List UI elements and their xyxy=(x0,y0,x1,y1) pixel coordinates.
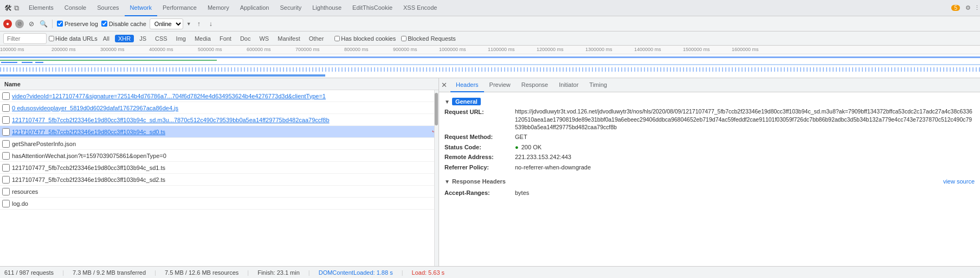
panel-tab-headers[interactable]: Headers xyxy=(450,78,484,92)
filter-doc[interactable]: Doc xyxy=(237,35,254,42)
request-method-row: Request Method: GET xyxy=(444,132,975,142)
table-row[interactable]: video?videoId=1217107477&signature=72514… xyxy=(0,90,439,102)
tab-security[interactable]: Security xyxy=(274,0,307,16)
transferred-size: 7.3 MB / 9.2 MB transferred xyxy=(73,269,146,276)
settings-icon[interactable]: ⚙ xyxy=(965,4,971,11)
clear-button[interactable]: ⊘ xyxy=(15,20,24,28)
ruler-mark-15: 1600000 ms xyxy=(732,47,759,52)
tab-performance[interactable]: Performance xyxy=(157,0,202,16)
table-row[interactable]: 1217107477_5fb7ccb2f23346e19d80cc3ff103b… xyxy=(0,174,439,186)
preserve-log-checkbox[interactable] xyxy=(57,21,63,27)
close-panel-button[interactable]: ✕ xyxy=(441,81,447,89)
preserve-log-label[interactable]: Preserve log xyxy=(57,21,98,27)
accept-ranges-value: bytes xyxy=(515,188,975,198)
tl-bottom-bar xyxy=(0,74,325,77)
row-name-3: 1217107477_5fb7ccb2f23346e19d80cc3ff103b… xyxy=(12,129,432,135)
filter-xhr[interactable]: XHR xyxy=(115,35,134,42)
table-row[interactable]: resources xyxy=(0,186,439,198)
tab-sources[interactable]: Sources xyxy=(92,0,124,16)
search-button[interactable]: 🔍 xyxy=(39,20,48,28)
general-section-title: General xyxy=(452,98,481,105)
filter-img[interactable]: Img xyxy=(173,35,189,42)
scroll-indicator[interactable] xyxy=(434,90,439,266)
panel-tab-initiator[interactable]: Initiator xyxy=(553,78,584,92)
filter-manifest[interactable]: Manifest xyxy=(274,35,304,42)
devtools-logo-icon: 🛠 xyxy=(4,4,12,12)
tab-xssencode[interactable]: XSS Encode xyxy=(398,0,442,16)
dock-icon[interactable]: ⧉ xyxy=(14,4,19,12)
filter-other[interactable]: Other xyxy=(306,35,327,42)
row-checkbox-6[interactable] xyxy=(2,164,10,172)
table-row[interactable]: 0 edusosvideoplayer_5819d0d6029dafaf1767… xyxy=(0,102,439,114)
tab-elements[interactable]: Elements xyxy=(23,0,59,16)
ruler-mark-0: 100000 ms xyxy=(0,47,24,52)
accept-ranges-row: Accept-Ranges: bytes xyxy=(444,188,975,198)
row-checkbox-9[interactable] xyxy=(2,200,10,207)
table-row[interactable]: log.do xyxy=(0,198,439,210)
row-checkbox-8[interactable] xyxy=(2,188,10,195)
tab-editthiscookie[interactable]: EditThisCookie xyxy=(347,0,398,16)
throttle-select[interactable]: Online xyxy=(150,18,183,29)
has-blocked-cookies-label[interactable]: Has blocked cookies xyxy=(334,35,396,42)
panel-tab-response[interactable]: Response xyxy=(516,78,554,92)
table-row[interactable]: 1217107477_5fb7ccb2f23346e19d80cc3ff103b… xyxy=(0,114,439,126)
disable-cache-label[interactable]: Disable cache xyxy=(101,21,146,27)
download-button[interactable]: ↓ xyxy=(207,20,215,28)
tl-bar-1 xyxy=(1,62,17,63)
record-button[interactable]: ● xyxy=(3,20,12,28)
tab-network[interactable]: Network xyxy=(125,0,157,16)
tl-bar-base xyxy=(0,64,980,65)
tab-memory[interactable]: Memory xyxy=(202,0,235,16)
request-list[interactable]: Name video?videoId=1217107477&signature=… xyxy=(0,78,439,266)
filter-ws[interactable]: WS xyxy=(256,35,272,42)
panel-tab-timing[interactable]: Timing xyxy=(584,78,612,92)
row-checkbox-0[interactable] xyxy=(2,92,10,100)
filter-css[interactable]: CSS xyxy=(152,35,171,42)
dropdown-arrow-icon: ▼ xyxy=(186,21,191,27)
blocked-requests-label[interactable]: Blocked Requests xyxy=(401,35,456,42)
upload-button[interactable]: ↑ xyxy=(195,20,203,28)
tab-console[interactable]: Console xyxy=(59,0,92,16)
table-row[interactable]: hasAttentionWechat.json?t=1597039075861&… xyxy=(0,150,439,162)
filter-font[interactable]: Font xyxy=(216,35,235,42)
more-icon[interactable]: ⋮ xyxy=(974,4,980,11)
filter-input[interactable] xyxy=(3,33,47,44)
table-row[interactable]: 1217107477_5fb7ccb2f23346e19d80cc3ff103b… xyxy=(0,126,439,138)
tab-lighthouse[interactable]: Lighthouse xyxy=(307,0,347,16)
row-checkbox-5[interactable] xyxy=(2,152,10,160)
row-name-5: hasAttentionWechat.json?t=1597039075861&… xyxy=(12,153,436,159)
row-checkbox-4[interactable] xyxy=(2,140,10,148)
view-source-link[interactable]: view source xyxy=(943,178,975,185)
remote-address-value: 221.233.153.242:443 xyxy=(515,153,975,162)
row-checkbox-3[interactable] xyxy=(2,128,10,136)
tl-dots xyxy=(0,67,980,72)
sep-5: | xyxy=(402,269,403,276)
filter-all[interactable]: All xyxy=(100,35,113,42)
hide-data-urls-checkbox[interactable] xyxy=(49,36,54,41)
ruler-mark-10: 1100000 ms xyxy=(488,47,515,52)
tab-application[interactable]: Application xyxy=(235,0,275,16)
tl-bar-3 xyxy=(35,62,43,63)
ruler-mark-9: 1000000 ms xyxy=(439,47,466,52)
filter-icon-button[interactable]: ⊘ xyxy=(27,20,36,28)
tl-bar-green xyxy=(0,60,217,61)
has-blocked-cookies-checkbox[interactable] xyxy=(334,36,340,41)
row-checkbox-2[interactable] xyxy=(2,116,10,124)
general-section-header[interactable]: ▼ General xyxy=(444,98,975,105)
ruler-mark-7: 800000 ms xyxy=(344,47,369,52)
table-row[interactable]: 1217107477_5fb7ccb2f23346e19d80cc3ff103b… xyxy=(0,162,439,174)
filter-media[interactable]: Media xyxy=(191,35,214,42)
disable-cache-checkbox[interactable] xyxy=(101,21,107,27)
row-checkbox-7[interactable] xyxy=(2,176,10,184)
panel-tab-preview[interactable]: Preview xyxy=(484,78,516,92)
requests-count: 611 / 987 requests xyxy=(4,269,54,276)
row-checkbox-1[interactable] xyxy=(2,104,10,112)
right-panel: ✕ Headers Preview Response Initiator Tim… xyxy=(439,78,980,266)
scroll-thumb[interactable] xyxy=(435,93,438,125)
table-row[interactable]: getSharePosterInfo.json xyxy=(0,138,439,150)
hide-data-urls-label[interactable]: Hide data URLs xyxy=(49,35,98,42)
filter-js[interactable]: JS xyxy=(136,35,150,42)
response-headers-header[interactable]: ▼ Response Headers xyxy=(444,178,506,185)
ruler-mark-4: 500000 ms xyxy=(198,47,222,52)
blocked-requests-checkbox[interactable] xyxy=(401,36,407,41)
